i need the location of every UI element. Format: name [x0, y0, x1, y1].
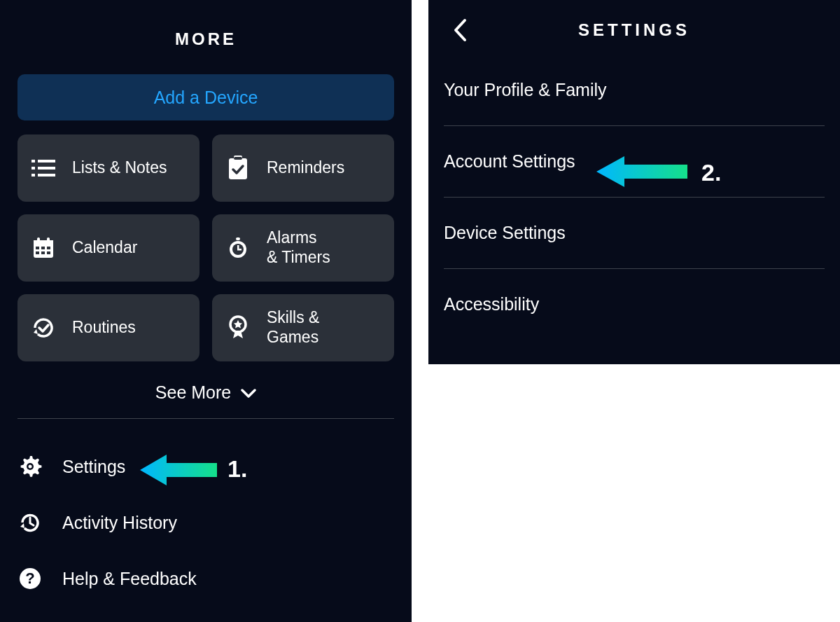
tile-reminders[interactable]: Reminders: [212, 134, 394, 202]
settings-label: Account Settings: [444, 151, 575, 171]
menu-item-activity-history[interactable]: Activity History: [18, 499, 394, 546]
svg-rect-6: [229, 158, 247, 179]
svg-rect-0: [31, 160, 35, 163]
svg-rect-8: [234, 157, 242, 160]
chevron-down-icon: [241, 382, 256, 403]
see-more-label: See More: [155, 382, 231, 403]
menu-label: Help & Feedback: [62, 569, 197, 589]
tile-routines[interactable]: Routines: [18, 294, 200, 361]
tile-label: Reminders: [267, 158, 344, 178]
settings-header: SETTINGS: [444, 6, 825, 55]
tile-grid: Lists & Notes Reminders: [18, 134, 394, 361]
tile-calendar[interactable]: Calendar: [18, 214, 200, 282]
tile-alarms-timers[interactable]: Alarms & Timers: [212, 214, 394, 282]
svg-rect-12: [34, 240, 53, 245]
see-more-button[interactable]: See More: [18, 382, 394, 403]
svg-rect-4: [38, 167, 55, 170]
tile-label: Skills & Games: [267, 308, 319, 347]
svg-rect-2: [31, 174, 35, 177]
svg-rect-19: [236, 237, 240, 240]
skills-icon: [225, 315, 251, 341]
routines-icon: [30, 315, 57, 341]
settings-item-account-settings[interactable]: Account Settings: [444, 126, 825, 198]
settings-label: Your Profile & Family: [444, 80, 607, 99]
tile-label: Lists & Notes: [72, 158, 167, 178]
help-icon: ?: [18, 566, 43, 591]
svg-text:?: ?: [25, 569, 34, 587]
svg-rect-18: [47, 251, 50, 254]
svg-rect-5: [38, 174, 55, 177]
more-panel: MORE Add a Device Lists & Notes: [0, 0, 412, 622]
svg-rect-15: [47, 247, 50, 249]
tile-skills-games[interactable]: Skills & Games: [212, 294, 394, 361]
svg-point-26: [29, 465, 32, 469]
tile-label: Alarms & Timers: [267, 228, 330, 267]
svg-rect-13: [36, 247, 39, 249]
settings-item-profile-family[interactable]: Your Profile & Family: [444, 55, 825, 126]
svg-rect-23: [237, 249, 241, 251]
settings-label: Device Settings: [444, 223, 566, 242]
svg-rect-1: [31, 167, 35, 170]
menu-label: Activity History: [62, 513, 177, 533]
alarm-icon: [225, 235, 251, 261]
chevron-left-icon: [453, 18, 467, 42]
settings-label: Accessibility: [444, 294, 539, 314]
svg-rect-3: [38, 160, 55, 163]
history-icon: [18, 510, 43, 535]
menu-label: Settings: [62, 457, 125, 477]
svg-rect-17: [41, 251, 45, 254]
menu-item-help-feedback[interactable]: ? Help & Feedback: [18, 555, 394, 602]
tile-label: Calendar: [72, 238, 137, 258]
divider: [18, 418, 394, 419]
svg-rect-16: [36, 251, 39, 254]
tile-label: Routines: [72, 318, 136, 338]
calendar-icon: [30, 235, 57, 261]
settings-item-accessibility[interactable]: Accessibility: [444, 269, 825, 340]
tile-lists-notes[interactable]: Lists & Notes: [18, 134, 200, 202]
back-button[interactable]: [448, 15, 472, 46]
settings-item-device-settings[interactable]: Device Settings: [444, 198, 825, 269]
page-title-more: MORE: [18, 29, 394, 49]
clipboard-check-icon: [225, 155, 251, 181]
menu-item-settings[interactable]: Settings: [18, 443, 394, 490]
list-icon: [30, 155, 57, 181]
svg-rect-14: [41, 247, 45, 249]
add-device-button[interactable]: Add a Device: [18, 74, 394, 120]
page-title-settings: SETTINGS: [578, 20, 690, 40]
gear-icon: [18, 454, 43, 479]
settings-panel: SETTINGS Your Profile & Family Account S…: [428, 0, 840, 364]
